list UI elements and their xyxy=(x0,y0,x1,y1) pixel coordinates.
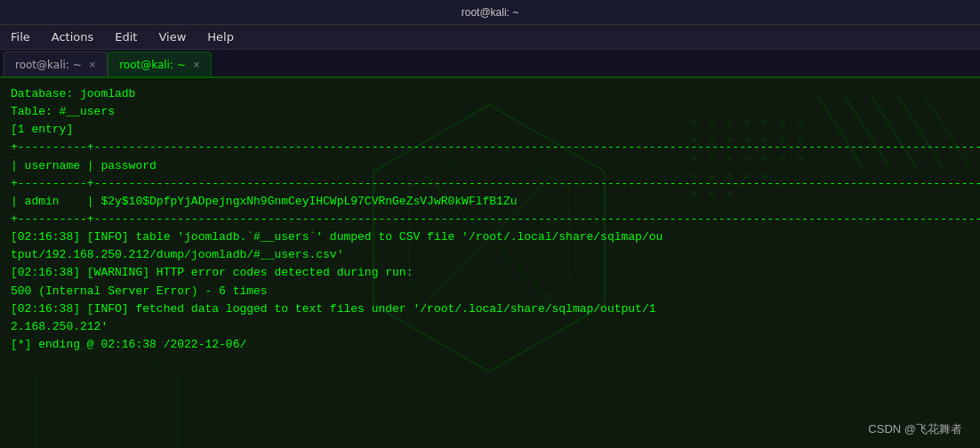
tab-0-close[interactable]: × xyxy=(89,60,96,69)
title-bar-title: root@kali: ~ xyxy=(0,6,980,19)
terminal-line: +----------+----------------------------… xyxy=(11,211,969,228)
menu-bar: File Actions Edit View Help xyxy=(0,25,980,50)
terminal-line: [1 entry] xyxy=(11,121,969,139)
terminal-line: | username | password | xyxy=(11,157,969,175)
title-bar: root@kali: ~ xyxy=(0,0,980,25)
terminal-line: 2.168.250.212' xyxy=(11,318,969,336)
terminal-line: Table: #__users xyxy=(11,103,969,121)
terminal-line: +----------+----------------------------… xyxy=(11,139,969,156)
terminal-line: | admin | $2y$10$DpfpYjADpejngxNh9GnmCey… xyxy=(11,193,969,211)
tab-0-label: root@kali: ~ xyxy=(15,59,82,71)
csdn-watermark: CSDN @飞花舞者 xyxy=(868,421,962,437)
tab-0[interactable]: root@kali: ~ × xyxy=(4,52,108,76)
terminal-line: [*] ending @ 02:16:38 /2022-12-06/ xyxy=(11,336,969,354)
tabs-bar: root@kali: ~ × root@kali: ~ × xyxy=(0,50,980,78)
menu-help[interactable]: Help xyxy=(204,28,237,45)
menu-view[interactable]: View xyxy=(155,28,189,45)
terminal-line: [02:16:38] [WARNING] HTTP error codes de… xyxy=(11,264,969,282)
terminal-line: +----------+----------------------------… xyxy=(11,175,969,193)
tab-1-close[interactable]: × xyxy=(193,60,200,69)
terminal-line: Database: joomladb xyxy=(11,85,969,103)
tab-1-label: root@kali: ~ xyxy=(119,59,186,71)
terminal-line: tput/192.168.250.212/dump/joomladb/#__us… xyxy=(11,246,969,264)
terminal-line: [02:16:38] [INFO] table 'joomladb.`#__us… xyxy=(11,228,969,246)
menu-edit[interactable]: Edit xyxy=(111,28,141,45)
terminal-line: 500 (Internal Server Error) - 6 times xyxy=(11,283,969,300)
tab-1[interactable]: root@kali: ~ × xyxy=(108,52,212,76)
menu-file[interactable]: File xyxy=(7,28,34,45)
menu-actions[interactable]: Actions xyxy=(48,28,98,45)
terminal-line: [02:16:38] [INFO] fetched data logged to… xyxy=(11,300,969,318)
terminal-content: Database: joomladbTable: #__users[1 entr… xyxy=(0,78,980,448)
